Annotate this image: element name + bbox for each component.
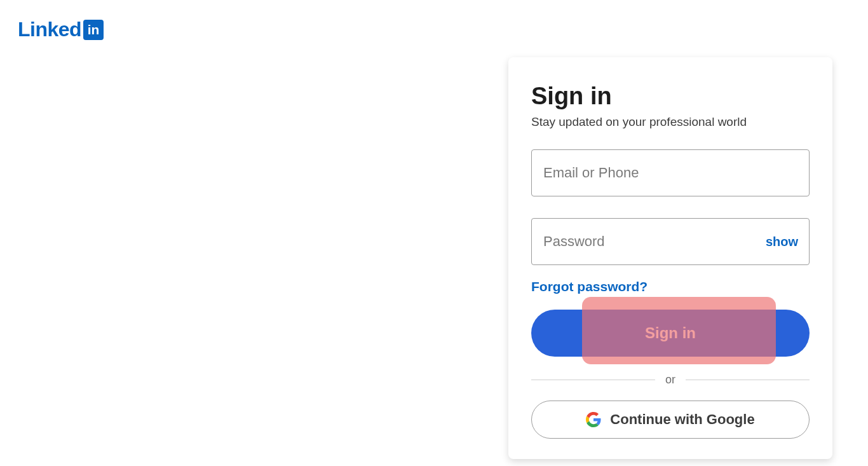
forgot-password-link[interactable]: Forgot password? bbox=[531, 279, 648, 294]
linkedin-logo[interactable]: Linked in bbox=[18, 18, 104, 41]
logo-box-icon: in bbox=[83, 20, 104, 40]
signin-title: Sign in bbox=[531, 83, 810, 110]
signin-button-wrap: Sign in bbox=[531, 310, 810, 357]
divider: or bbox=[531, 373, 810, 387]
password-input-wrap: show bbox=[531, 218, 810, 265]
continue-with-google-button[interactable]: Continue with Google bbox=[531, 401, 810, 439]
signin-button[interactable]: Sign in bbox=[531, 310, 810, 357]
email-input[interactable] bbox=[531, 149, 810, 196]
google-button-label: Continue with Google bbox=[610, 411, 754, 428]
logo-suffix: in bbox=[88, 22, 100, 38]
google-icon bbox=[586, 412, 601, 427]
divider-text: or bbox=[665, 373, 675, 387]
logo-text: Linked bbox=[18, 18, 81, 41]
signin-card: Sign in Stay updated on your professiona… bbox=[508, 57, 832, 459]
divider-line-left bbox=[531, 380, 655, 380]
signin-subtitle: Stay updated on your professional world bbox=[531, 115, 810, 129]
show-password-button[interactable]: show bbox=[766, 235, 798, 249]
email-input-wrap bbox=[531, 149, 810, 196]
divider-line-right bbox=[686, 380, 810, 380]
